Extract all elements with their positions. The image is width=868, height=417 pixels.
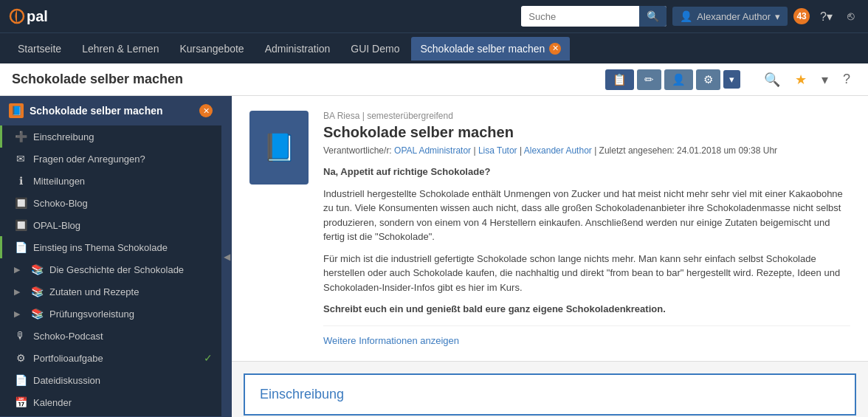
logo[interactable]: pal <box>9 8 48 25</box>
sidebar-item-opal-blog[interactable]: 🔲 OPAL-Blog <box>0 214 221 236</box>
sidebar-item-label: Kalender <box>33 397 72 408</box>
sidebar-item-schoko-blog[interactable]: 🔲 Schoko-Blog <box>0 192 221 214</box>
sidebar-item-label: Schoko-Podcast <box>33 331 103 342</box>
more-info-link[interactable]: Weitere Informationen anzeigen <box>323 325 850 346</box>
sidebar-item-label: Einstieg ins Thema Schokolade <box>33 242 168 253</box>
sidebar-item-label: Zutaten und Rezepte <box>49 286 139 297</box>
course-meta: BA Riesa | semesterübergreifend <box>323 111 850 121</box>
notification-badge[interactable]: 43 <box>793 8 810 24</box>
close-tab-button[interactable]: ✕ <box>549 43 561 55</box>
user-menu-button[interactable]: 👤 Alexander Author ▾ <box>672 7 788 26</box>
sidebar-course-name: Schokolade selber machen <box>30 105 163 117</box>
sidebar-course-icon: 📘 <box>9 103 24 118</box>
sidebar-kalender-icon: 📅 <box>14 396 27 408</box>
search-input[interactable] <box>521 7 639 26</box>
sidebar-item-portfolio[interactable]: ⚙ Portfolioaufgabe ✓ <box>0 347 221 369</box>
sidebar-dateidiskussion-icon: 📄 <box>14 374 27 386</box>
einschreibung-title: Einschreibung <box>260 387 840 402</box>
sidebar-opal-blog-icon: 🔲 <box>14 219 27 231</box>
sidebar-item-einstieg[interactable]: 📄 Einstieg ins Thema Schokolade <box>0 236 221 258</box>
user-icon: 👤 <box>680 10 692 22</box>
top-bar: pal 🔍 👤 Alexander Author ▾ 43 ?▾ ⎋ <box>0 0 868 32</box>
toolbar-user-button[interactable]: 👤 <box>664 69 693 90</box>
last-viewed-text: Zuletzt angesehen: 24.01.2018 um 09:38 U… <box>599 145 778 156</box>
nav-gui-demo[interactable]: GUI Demo <box>342 37 408 61</box>
sidebar-item-label: Portfolioaufgabe <box>33 353 103 364</box>
course-cover-image: 📘 <box>249 111 309 185</box>
user-name-label: Alexander Author <box>697 11 771 22</box>
sidebar-item-kalender[interactable]: 📅 Kalender <box>0 391 221 413</box>
sidebar-item-podcast[interactable]: 🎙 Schoko-Podcast <box>0 325 221 347</box>
sidebar-geschichte-icon: 📚 <box>30 263 44 275</box>
sidebar-portfolio-icon: ⚙ <box>14 352 27 364</box>
toolbar-book-button[interactable]: 📋 <box>605 69 634 90</box>
sidebar-einschreibung-icon: ➕ <box>14 131 27 142</box>
toolbar-star-button[interactable]: ★ <box>789 69 813 91</box>
course-description: Na, Appetit auf richtige Schokolade? Ind… <box>323 165 850 317</box>
author2-link[interactable]: Lisa Tutor <box>478 145 517 156</box>
toolbar: 📋 ✏ 👤 ⚙ ▾ 🔍 ★ ▾ ? <box>605 69 856 91</box>
sidebar-einstieg-icon: 📄 <box>14 241 27 253</box>
nav-administration[interactable]: Administration <box>256 37 340 61</box>
sidebar-item-label: Schoko-Blog <box>33 198 88 209</box>
course-authors: Verantwortliche/r: OPAL Administrator | … <box>323 145 850 156</box>
course-name: Schokolade selber machen <box>323 124 850 141</box>
help-button[interactable]: ?▾ <box>816 7 837 27</box>
authors-label: Verantwortliche/r: <box>323 145 392 156</box>
logo-text: pal <box>27 8 48 25</box>
toolbar-help-button[interactable]: ? <box>837 69 856 90</box>
sidebar-geschichte-toggle[interactable]: ▶ <box>14 265 24 275</box>
search-button[interactable]: 🔍 <box>639 6 666 27</box>
sidebar-item-label: Dateidiskussion <box>33 375 100 386</box>
sidebar-item-mitteilungen[interactable]: ℹ Mitteilungen <box>0 170 221 192</box>
sidebar-item-pruefung[interactable]: ▶ 📚 Prüfungsvorleistung <box>0 303 221 325</box>
sidebar-zutaten-toggle[interactable]: ▶ <box>14 287 24 297</box>
sidebar-fragen-icon: ✉ <box>14 153 27 165</box>
course-cta: Schreibt euch ein und genießt bald eure … <box>323 303 666 314</box>
author1-link[interactable]: OPAL Administrator <box>394 145 471 156</box>
sidebar-item-label: Mitteilungen <box>33 176 85 187</box>
user-dropdown-icon: ▾ <box>775 11 780 22</box>
sidebar-item-dateidiskussion[interactable]: 📄 Dateidiskussion <box>0 369 221 391</box>
sidebar-pruefung-icon: 📚 <box>30 308 44 320</box>
toolbar-edit-button[interactable]: ✏ <box>637 69 661 90</box>
active-tab-label: Schokolade selber machen <box>420 43 545 55</box>
sidebar-item-geschichte[interactable]: ▶ 📚 Die Geschichte der Schokolade <box>0 258 221 280</box>
nav-lehren-lernen[interactable]: Lehren & Lernen <box>73 37 168 61</box>
sidebar-title: 📘 Schokolade selber machen ✕ <box>0 96 221 125</box>
course-details: BA Riesa | semesterübergreifend Schokola… <box>323 111 850 346</box>
search-box: 🔍 <box>521 6 666 27</box>
sidebar-zutaten-icon: 📚 <box>30 286 44 297</box>
author3-link[interactable]: Alexander Author <box>524 145 592 156</box>
main-content: 📘 BA Riesa | semesterübergreifend Schoko… <box>232 96 868 417</box>
toolbar-settings-dropdown-button[interactable]: ▾ <box>816 69 834 91</box>
sidebar-item-einschreibung[interactable]: ➕ Einschreibung <box>0 125 221 148</box>
sidebar-item-zutaten[interactable]: ▶ 📚 Zutaten und Rezepte <box>0 280 221 303</box>
sidebar-schoko-blog-icon: 🔲 <box>14 197 27 209</box>
sidebar-collapse-handle[interactable]: ◀ <box>221 96 232 417</box>
sidebar-podcast-icon: 🎙 <box>14 330 27 342</box>
sidebar-item-fragen[interactable]: ✉ Fragen oder Anregungen? <box>0 148 221 170</box>
page-title: Schokolade selber machen <box>12 72 599 87</box>
course-paragraph1: Industriell hergestellte Schokolade enth… <box>323 187 850 244</box>
toolbar-gear-button[interactable]: ⚙ <box>696 69 720 90</box>
sidebar-item-label: Prüfungsvorleistung <box>49 309 134 320</box>
sidebar-check-icon: ✓ <box>204 352 213 364</box>
main-nav: Startseite Lehren & Lernen Kursangebote … <box>0 32 868 63</box>
sidebar-item-label: Fragen oder Anregungen? <box>33 154 145 165</box>
toolbar-more-button[interactable]: ▾ <box>723 70 740 89</box>
content-area: 📘 Schokolade selber machen ✕ ➕ Einschrei… <box>0 96 868 417</box>
sidebar-close-button[interactable]: ✕ <box>199 104 213 117</box>
sidebar-mitteilungen-icon: ℹ <box>14 175 27 187</box>
nav-startseite[interactable]: Startseite <box>9 37 70 61</box>
toolbar-search-icon-button[interactable]: 🔍 <box>758 69 786 91</box>
course-heading: Na, Appetit auf richtige Schokolade? <box>323 166 490 177</box>
sidebar-item-label: Die Geschichte der Schokolade <box>49 264 184 275</box>
nav-kursangebote[interactable]: Kursangebote <box>170 37 252 61</box>
course-info-box: 📘 BA Riesa | semesterübergreifend Schoko… <box>232 96 868 362</box>
nav-active-tab[interactable]: Schokolade selber machen ✕ <box>411 37 570 61</box>
sidebar-pruefung-toggle[interactable]: ▶ <box>14 309 24 319</box>
course-paragraph2: Für mich ist die industriell gefertigte … <box>323 252 850 295</box>
sidebar: 📘 Schokolade selber machen ✕ ➕ Einschrei… <box>0 96 221 417</box>
logout-button[interactable]: ⎋ <box>843 7 859 26</box>
